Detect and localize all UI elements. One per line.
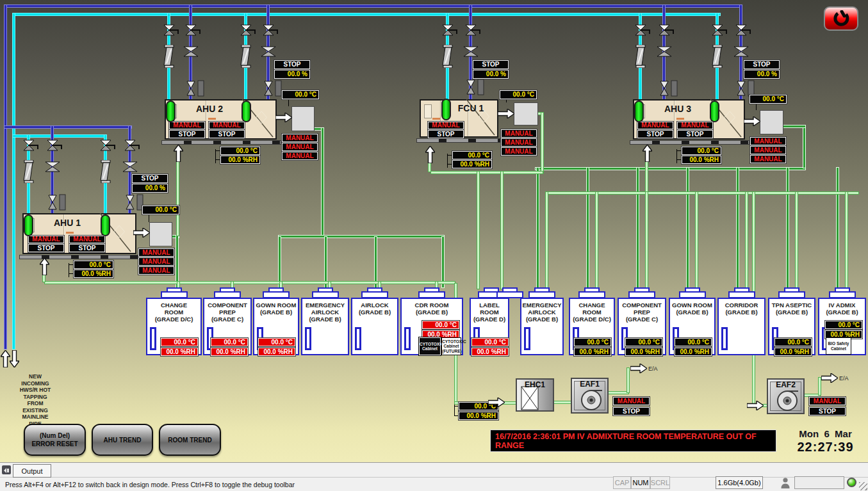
room-trend-button[interactable]: ROOM TREND: [159, 424, 221, 456]
hand-valve-icon: [262, 24, 280, 36]
fan-mode-button[interactable]: MANUAL: [209, 122, 245, 129]
fan-mode-button[interactable]: MANUAL: [613, 397, 650, 405]
room-temp-readout: 00.0 °C: [625, 338, 662, 346]
fan-cmd-button[interactable]: STOP: [428, 130, 464, 138]
pipe-segment: [646, 192, 648, 288]
fan-mode-button[interactable]: MANUAL: [169, 122, 205, 129]
fan-mode-button[interactable]: MANUAL: [809, 397, 846, 405]
cabinet-box: CYTOTOXICCabinet: [419, 337, 441, 355]
flow-arrow-icon: [643, 145, 652, 162]
room-rh-readout: 00.0 %RH: [471, 348, 509, 356]
fan-cmd-button[interactable]: STOP: [637, 130, 673, 138]
filter-status-capsule: [101, 214, 110, 236]
pipe-segment: [646, 161, 648, 192]
return-temp-readout: 00.0 °C: [682, 147, 721, 155]
connector-line: [69, 273, 74, 274]
error-reset-button[interactable]: (Num Del)ERROR RESET: [24, 424, 86, 456]
fan-mode-button[interactable]: MANUAL: [428, 122, 464, 129]
note-line: TAPPING: [3, 394, 67, 401]
check-valve-icon: [100, 160, 113, 183]
connector-line: [215, 159, 220, 160]
valve-mode-readout: MANUAL: [750, 137, 786, 145]
room-rh-readout: 00.0 %RH: [774, 348, 812, 356]
flow-arrow-icon: [425, 146, 435, 163]
alarm-banner: 16/7/2016 2:36:01 PM IV ADMIXTURE ROOM T…: [490, 430, 776, 452]
pipe-segment: [819, 378, 821, 395]
room-temp-readout: 00.0 °C: [471, 338, 509, 346]
fan-cmd-button[interactable]: STOP: [613, 407, 650, 415]
pipe-segment: [846, 192, 848, 288]
filter-icon: [521, 386, 539, 410]
unit-base-rail: [630, 140, 749, 145]
room-name: GOWN ROOM(GRADE B): [670, 302, 714, 316]
connector-line: [447, 155, 452, 156]
damper-icon: [466, 79, 486, 95]
flow-arrow-icon: [10, 350, 19, 367]
room-box: EMERGENCYAIRLOCK(GRADE B): [301, 298, 349, 355]
hand-valve-icon: [711, 24, 729, 36]
supply-temp-readout: 00.0 °C: [282, 90, 319, 99]
valve-mode-readout: MANUAL: [501, 147, 537, 156]
control-valve-icon: [261, 46, 276, 57]
connector-line: [676, 159, 682, 160]
room-box: LABEL ROOM(GRADE D): [470, 298, 509, 355]
flow-arrow-icon: [174, 145, 183, 162]
pipe-segment: [627, 368, 629, 392]
clock-time: 22:27:39: [783, 440, 868, 455]
flow-arrow-icon: [275, 113, 292, 122]
power-icon: [831, 10, 851, 28]
fan-cmd-button[interactable]: STOP: [677, 130, 713, 138]
fan-mode-button[interactable]: MANUAL: [637, 122, 673, 129]
room-name: COMPONENTPREP(GRADE C): [619, 302, 665, 323]
room-name: IV ADMIX(GRADE B): [819, 302, 865, 316]
pipe-segment: [696, 192, 698, 288]
fan-mode-button[interactable]: MANUAL: [28, 236, 64, 243]
tab-output[interactable]: Output: [13, 464, 51, 478]
resize-grip[interactable]: [859, 482, 867, 490]
flow-arrow-icon: [40, 258, 49, 275]
ahu-trend-button[interactable]: AHU TREND: [92, 424, 153, 456]
pipe-segment: [442, 237, 444, 287]
room-box: COMPONENTPREP(GRADE C): [618, 298, 666, 355]
valve-mode-readout: MANUAL: [750, 155, 786, 163]
hand-valve-icon: [735, 24, 753, 36]
room-box: TPN ASEPTIC(GRADE B): [768, 298, 815, 355]
hand-valve-icon: [46, 140, 64, 151]
room-name: GOWN ROOM(GRADE B): [254, 302, 298, 316]
statusbar-text: Press Alt+F4 or Alt+F12 to switch back i…: [5, 481, 295, 488]
connector-line: [69, 263, 69, 277]
fan-cmd-button[interactable]: STOP: [28, 244, 64, 252]
pipe-segment: [803, 394, 820, 396]
check-valve-icon: [240, 45, 253, 68]
hand-valve-icon: [634, 24, 652, 36]
scada-mimic: AHU 1MANUALSTOPMANUALSTOPSTOP00.0 %00.0 …: [0, 0, 868, 463]
control-valve-icon: [183, 46, 199, 57]
coil-detail: [424, 104, 432, 118]
flow-arrow-icon: [747, 401, 764, 410]
valve-mode-readout: MANUAL: [282, 134, 318, 142]
room-temp-readout: 00.0 °C: [774, 338, 812, 346]
pipe-segment: [429, 163, 430, 172]
room-name: EMERGENCYAIRLOCK(GRADE B): [302, 302, 348, 323]
fan-cmd-button[interactable]: STOP: [209, 130, 245, 138]
supply-plenum: [149, 222, 172, 246]
filter-status-capsule: [24, 214, 33, 236]
damper-position-readout: 00.0 %: [473, 70, 509, 79]
fan-mode-button[interactable]: MANUAL: [69, 236, 105, 243]
room-box: GOWN ROOM(GRADE B): [253, 298, 299, 355]
unit-label: FCU 1: [448, 103, 493, 113]
fan-cmd-button[interactable]: STOP: [809, 407, 846, 415]
pipe-segment: [607, 392, 628, 394]
fan-mode-button[interactable]: MANUAL: [677, 122, 713, 129]
note-line: FROM: [3, 400, 67, 407]
pipe-segment: [279, 237, 281, 287]
note-line: INCOMING: [3, 380, 67, 387]
damper-position-readout: 00.0 %: [132, 184, 168, 193]
power-button[interactable]: [824, 6, 858, 31]
room-name: EMERGENCYAIRLOCK(GRADE B): [521, 302, 562, 323]
room-box: CORRIDOR(GRADE B): [717, 298, 766, 355]
fan-cmd-button[interactable]: STOP: [69, 244, 105, 252]
control-valve-icon: [463, 46, 479, 57]
fan-cmd-button[interactable]: STOP: [169, 130, 205, 138]
room-temp-readout: 00.0 °C: [422, 321, 459, 329]
